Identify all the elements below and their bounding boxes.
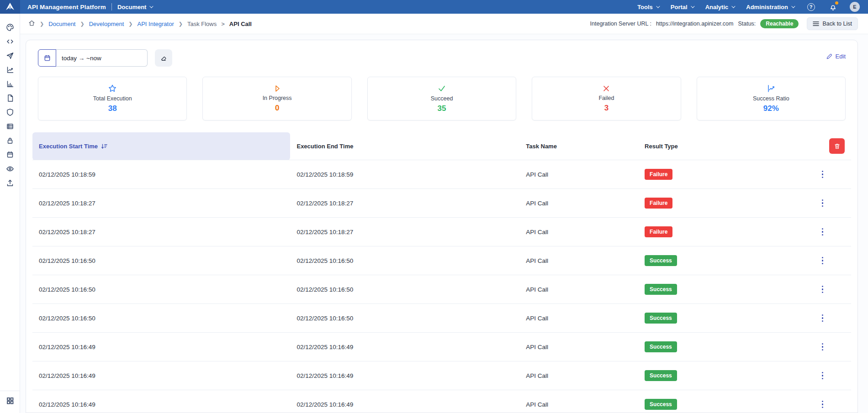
cell-start-time: 02/12/2025 10:16:50 — [32, 304, 290, 333]
sort-descending-icon — [101, 143, 107, 149]
column-header-result-type[interactable]: Result Type — [638, 132, 794, 160]
result-badge: Success — [645, 341, 677, 352]
back-to-list-button[interactable]: Back to List — [807, 17, 858, 30]
calendar-icon[interactable] — [3, 147, 17, 162]
notifications-bell-icon[interactable] — [828, 2, 838, 12]
cell-end-time: 02/12/2025 10:16:49 — [290, 390, 519, 413]
row-actions-menu[interactable] — [818, 257, 827, 265]
cell-end-time: 02/12/2025 10:18:59 — [290, 160, 519, 189]
code-icon[interactable] — [3, 34, 17, 48]
cell-task-name: API Call — [519, 275, 638, 304]
row-actions-menu[interactable] — [818, 372, 827, 380]
status-badge: Reachable — [760, 19, 799, 28]
breadcrumb-current-page: API Call — [229, 21, 252, 27]
cell-start-time: 02/12/2025 10:18:27 — [32, 189, 290, 218]
row-actions-menu[interactable] — [818, 286, 827, 293]
result-badge: Failure — [645, 226, 672, 237]
breadcrumb-separator: ❯ — [80, 21, 84, 27]
edit-button[interactable]: Edit — [826, 49, 846, 60]
left-sidebar — [0, 14, 20, 413]
column-header-task-name[interactable]: Task Name — [519, 132, 638, 160]
cell-end-time: 02/12/2025 10:16:49 — [290, 361, 519, 390]
cell-end-time: 02/12/2025 10:16:50 — [290, 275, 519, 304]
cell-start-time: 02/12/2025 10:16:49 — [32, 390, 290, 413]
help-icon[interactable]: ? — [806, 2, 816, 12]
cell-task-name: API Call — [519, 361, 638, 390]
send-icon[interactable] — [3, 48, 17, 63]
row-actions-menu[interactable] — [818, 314, 827, 322]
row-actions-menu[interactable] — [818, 171, 827, 178]
chevron-down-icon — [150, 4, 153, 8]
table-row: 02/12/2025 10:16:50 02/12/2025 10:16:50 … — [32, 275, 851, 304]
home-icon[interactable] — [28, 20, 35, 28]
lock-icon[interactable] — [3, 133, 17, 147]
stats-row: Total Execution 38 In Progress 0 — [26, 77, 857, 120]
breadcrumb-development[interactable]: Development — [89, 21, 124, 27]
cell-task-name: API Call — [519, 246, 638, 275]
row-actions-menu[interactable] — [818, 343, 827, 351]
breadcrumb-api-integrator[interactable]: API Integrator — [138, 21, 174, 27]
table-row: 02/12/2025 10:16:49 02/12/2025 10:16:49 … — [32, 390, 851, 413]
table-row: 02/12/2025 10:16:49 02/12/2025 10:16:49 … — [32, 361, 851, 390]
menu-portal[interactable]: Portal — [671, 4, 693, 10]
cell-task-name: API Call — [519, 333, 638, 361]
cell-start-time: 02/12/2025 10:16:50 — [32, 275, 290, 304]
table-row: 02/12/2025 10:16:50 02/12/2025 10:16:50 … — [32, 246, 851, 275]
app-logo[interactable] — [0, 0, 20, 14]
menu-administration[interactable]: Administration — [746, 4, 794, 10]
chevron-down-icon — [731, 4, 735, 8]
breadcrumb: ❯ Document ❯ Development ❯ API Integrato… — [28, 20, 252, 28]
breadcrumb-document[interactable]: Document — [48, 21, 75, 27]
result-badge: Success — [645, 370, 677, 381]
breadcrumb-separator: ❯ — [179, 21, 183, 27]
integration-server-url: https://integration.apinizer.com — [656, 21, 734, 27]
clear-filter-button[interactable] — [155, 49, 172, 67]
menu-analytic[interactable]: Analytic — [705, 4, 735, 10]
module-selector[interactable]: Document — [117, 4, 153, 10]
breadcrumb-separator: > — [221, 21, 225, 27]
app-title: API Management Platform — [27, 4, 106, 10]
notification-dot — [835, 1, 838, 5]
chevron-down-icon — [691, 4, 694, 8]
cell-start-time: 02/12/2025 10:16:49 — [32, 333, 290, 361]
list-icon — [813, 21, 819, 26]
cell-start-time: 02/12/2025 10:18:59 — [32, 160, 290, 189]
eye-icon[interactable] — [3, 162, 17, 176]
column-header-execution-end-time[interactable]: Execution End Time — [290, 132, 519, 160]
breadcrumb-bar: ❯ Document ❯ Development ❯ API Integrato… — [20, 14, 868, 34]
stat-card-in-progress: In Progress 0 — [202, 77, 351, 120]
cell-task-name: API Call — [519, 189, 638, 218]
result-badge: Success — [645, 284, 677, 295]
row-actions-menu[interactable] — [818, 228, 827, 236]
calendar-picker-button[interactable] — [38, 49, 56, 67]
menu-tools[interactable]: Tools — [637, 4, 659, 10]
result-badge: Success — [645, 313, 677, 324]
file-icon[interactable] — [3, 91, 17, 105]
table-row: 02/12/2025 10:16:49 02/12/2025 10:16:49 … — [32, 333, 851, 361]
cell-start-time: 02/12/2025 10:16:50 — [32, 246, 290, 275]
calendar-icon — [43, 54, 51, 62]
row-actions-menu[interactable] — [818, 401, 827, 408]
delete-all-button[interactable] — [829, 138, 845, 154]
date-range-picker — [38, 49, 148, 67]
breadcrumb-separator: ❯ — [40, 21, 44, 27]
cell-end-time: 02/12/2025 10:16:50 — [290, 304, 519, 333]
cell-start-time: 02/12/2025 10:18:27 — [32, 218, 290, 246]
cell-end-time: 02/12/2025 10:16:50 — [290, 246, 519, 275]
date-range-input[interactable] — [56, 49, 148, 67]
avatar[interactable]: E — [850, 2, 860, 12]
upload-icon[interactable] — [3, 176, 17, 190]
bar-chart-icon[interactable] — [3, 77, 17, 91]
executions-table: Execution Start Time Execution End Time … — [26, 132, 857, 413]
status-label: Status: — [738, 21, 756, 27]
line-chart-icon[interactable] — [3, 63, 17, 77]
palette-icon[interactable] — [3, 20, 17, 34]
table-row: 02/12/2025 10:16:50 02/12/2025 10:16:50 … — [32, 304, 851, 333]
play-icon — [273, 84, 281, 93]
row-actions-menu[interactable] — [818, 199, 827, 207]
apps-grid-icon[interactable] — [6, 397, 14, 407]
column-header-execution-start-time[interactable]: Execution Start Time — [32, 132, 290, 160]
shield-icon[interactable] — [3, 105, 17, 119]
server-icon[interactable] — [3, 119, 17, 133]
breadcrumb-separator: ❯ — [128, 21, 132, 27]
